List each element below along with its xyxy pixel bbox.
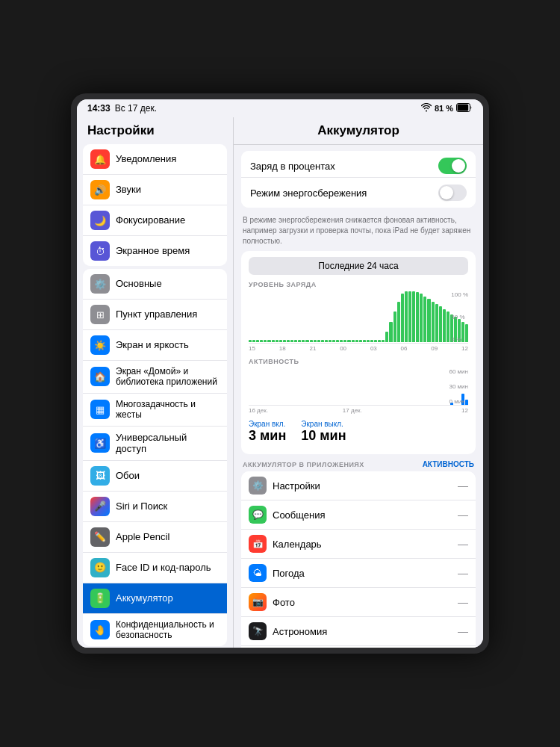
power-saving-label: Режим энергосбережения	[250, 187, 367, 199]
charge-bar	[287, 340, 290, 342]
battery-chart-container: Последние 24 часа УРОВЕНЬ ЗАРЯДА 100 % 5…	[241, 251, 476, 454]
charge-bar	[343, 340, 346, 342]
activity-bar	[378, 404, 381, 405]
charge-bar	[416, 292, 419, 342]
activity-bar	[359, 404, 362, 405]
activity-bar	[272, 404, 275, 405]
power-saving-info: В режиме энергосбережения снижается фоно…	[241, 212, 476, 251]
sidebar-item-faceid[interactable]: 🙂 Face ID и код-пароль	[83, 553, 227, 583]
accessibility-icon: ♿	[90, 433, 110, 453]
activity-bars	[249, 368, 468, 405]
charge-bar	[314, 340, 317, 342]
wallpaper-icon: 🖼	[90, 466, 110, 486]
activity-bar	[370, 404, 373, 405]
siri-icon: 🎤	[90, 497, 110, 516]
app-weather-name: Погода	[273, 568, 305, 579]
charge-bar	[294, 340, 297, 342]
status-date: Вс 17 дек.	[115, 103, 157, 114]
charge-bar	[249, 340, 252, 342]
activity-y-labels: 60 мин 30 мин 0 мин	[449, 368, 468, 405]
sidebar-item-wallpaper[interactable]: 🖼 Обои	[83, 461, 227, 492]
activity-bar	[249, 404, 252, 405]
charge-bar	[359, 340, 362, 342]
charge-bar	[447, 311, 449, 342]
status-bar: 14:33 Вс 17 дек. 81 %	[77, 99, 483, 117]
activity-bar	[405, 404, 408, 405]
sounds-label: Звуки	[116, 184, 141, 196]
faceid-icon: 🙂	[90, 558, 110, 577]
power-saving-toggle[interactable]	[438, 185, 467, 201]
app-astronomy-icon: 🔭	[249, 622, 267, 640]
activity-bar	[264, 404, 267, 405]
sidebar-item-applepencil[interactable]: ✏️ Apple Pencil	[83, 522, 227, 553]
sidebar-item-homescreen[interactable]: 🏠 Экран «Домой» и библиотека приложений	[83, 361, 227, 394]
screen: 14:33 Вс 17 дек. 81 % Настройки	[77, 99, 483, 648]
charge-bar	[432, 302, 435, 342]
sidebar-item-battery[interactable]: 🔋 Аккумулятор	[83, 583, 227, 614]
notifications-label: Уведомления	[116, 153, 176, 165]
apps-section: АККУМУЛЯТОР В ПРИЛОЖЕНИЯХ АКТИВНОСТЬ ⚙️ …	[241, 460, 476, 648]
sidebar-group-1: 🔔 Уведомления 🔊 Звуки 🌙 Фокусирование ⏱ …	[83, 144, 227, 266]
activity-bar	[276, 404, 279, 405]
screen-off-title: Экран выкл.	[301, 420, 346, 428]
app-row-weather: 🌤 Погода —	[241, 559, 476, 588]
sidebar-item-siri[interactable]: 🎤 Siri и Поиск	[83, 492, 227, 522]
multitask-label: Многозадачность и жесты	[116, 399, 220, 421]
privacy-label: Конфиденциальность и безопасность	[116, 619, 220, 641]
apps-section-action[interactable]: АКТИВНОСТЬ	[423, 460, 474, 468]
sounds-icon: 🔊	[90, 180, 110, 199]
charge-bar	[329, 340, 332, 342]
activity-bar	[340, 404, 343, 405]
sidebar-item-accessibility[interactable]: ♿ Универсальный доступ	[83, 427, 227, 461]
activity-bar	[287, 404, 290, 405]
app-messages-usage: —	[458, 509, 468, 521]
control-center-icon: ⊞	[90, 305, 110, 324]
app-weather-icon: 🌤	[249, 564, 267, 582]
wallpaper-label: Обои	[116, 470, 140, 482]
charge-bar	[352, 340, 355, 342]
charge-bar	[336, 340, 339, 342]
battery-nav-icon: 🔋	[90, 589, 110, 608]
app-calendar-usage: —	[458, 538, 468, 550]
activity-bar	[279, 404, 282, 405]
charge-bar	[256, 340, 259, 342]
applepencil-icon: ✏️	[90, 527, 110, 547]
charge-bar	[367, 340, 370, 342]
activity-bar	[317, 404, 320, 405]
power-saving-row: Режим энергосбережения	[241, 177, 476, 208]
sidebar: Настройки 🔔 Уведомления 🔊 Звуки 🌙 Фокуси…	[77, 117, 234, 648]
sidebar-item-privacy[interactable]: 🤚 Конфиденциальность и безопасность	[83, 614, 227, 646]
activity-bar	[420, 404, 423, 405]
charge-bar	[378, 340, 381, 342]
activity-bar	[408, 404, 411, 405]
activity-bar	[283, 404, 286, 405]
charge-chart-area: 100 % 50 % 0 % 15 18 21 00 03	[249, 291, 468, 352]
activity-bar	[347, 404, 350, 405]
sidebar-item-screentime[interactable]: ⏱ Экранное время	[83, 236, 227, 266]
charge-chart: 100 % 50 % 0 %	[249, 291, 468, 344]
sidebar-item-display[interactable]: ☀️ Экран и яркость	[83, 330, 227, 361]
homescreen-icon: 🏠	[90, 367, 110, 386]
sidebar-item-multitask[interactable]: ▦ Многозадачность и жесты	[83, 394, 227, 427]
charge-bar	[321, 340, 324, 342]
activity-bar	[389, 404, 392, 405]
app-settings-name: Настройки	[273, 480, 320, 492]
charge-bar	[276, 340, 279, 342]
screentime-icon: ⏱	[90, 241, 110, 261]
period-button[interactable]: Последние 24 часа	[249, 257, 468, 275]
charge-bar	[264, 340, 267, 342]
sidebar-item-notifications[interactable]: 🔔 Уведомления	[83, 144, 227, 175]
display-label: Экран и яркость	[116, 339, 189, 351]
sidebar-item-sounds[interactable]: 🔊 Звуки	[83, 175, 227, 205]
charge-bar	[310, 340, 313, 342]
sidebar-item-control-center[interactable]: ⊞ Пункт управления	[83, 300, 227, 330]
activity-bar	[352, 404, 355, 405]
activity-bar	[432, 404, 435, 405]
charge-percent-toggle[interactable]	[438, 158, 467, 174]
sidebar-item-general[interactable]: ⚙️ Основные	[83, 269, 227, 300]
charge-bar	[427, 299, 430, 342]
app-astronomy-usage: —	[458, 625, 468, 637]
screen-off-value: 10 мин	[301, 428, 346, 444]
sidebar-item-focus[interactable]: 🌙 Фокусирование	[83, 205, 227, 236]
applepencil-label: Apple Pencil	[116, 531, 169, 543]
